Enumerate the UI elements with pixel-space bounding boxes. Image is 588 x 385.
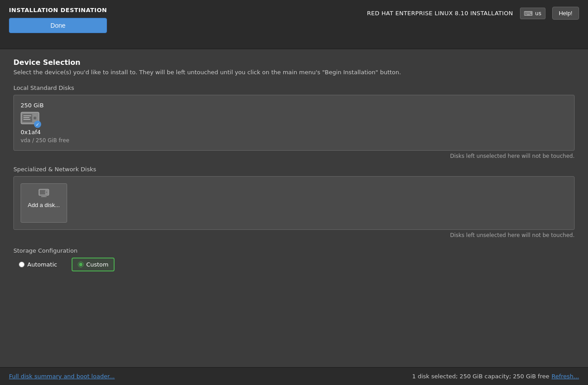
done-button[interactable]: Done bbox=[9, 18, 107, 33]
disk-icon-container: ✓ bbox=[21, 110, 39, 127]
add-disk-icon bbox=[38, 188, 49, 200]
automatic-option[interactable]: Automatic bbox=[13, 258, 63, 271]
local-disks-grid: 250 GiB ✓ 0x1af4 vda / 250 GiB bbox=[13, 95, 575, 151]
specialized-disks-grid: Add a disk... bbox=[13, 176, 575, 230]
specialized-disks-section: Specialized & Network Disks Add a disk..… bbox=[13, 166, 575, 238]
custom-label: Custom bbox=[86, 261, 109, 268]
svg-point-3 bbox=[34, 117, 36, 119]
disk-size: 250 GiB bbox=[21, 102, 44, 109]
app-title: RED HAT ENTERPRISE LINUX 8.10 INSTALLATI… bbox=[367, 10, 513, 17]
help-button[interactable]: Help! bbox=[552, 7, 579, 20]
full-disk-summary-link[interactable]: Full disk summary and boot loader... bbox=[9, 373, 115, 380]
footer-status: 1 disk selected; 250 GiB capacity; 250 G… bbox=[412, 373, 579, 380]
disk-detail: vda / 250 GiB free bbox=[21, 137, 69, 144]
svg-rect-8 bbox=[40, 190, 45, 195]
disk-item[interactable]: 250 GiB ✓ 0x1af4 vda / 250 GiB bbox=[21, 102, 69, 144]
custom-radio[interactable] bbox=[78, 262, 84, 267]
add-disk-label: Add a disk... bbox=[28, 202, 60, 208]
svg-rect-5 bbox=[23, 117, 30, 118]
specialized-disks-note: Disks left unselected here will not be t… bbox=[13, 232, 575, 238]
header: INSTALLATION DESTINATION Done RED HAT EN… bbox=[0, 0, 588, 49]
status-text: 1 disk selected; 250 GiB capacity; 250 G… bbox=[412, 373, 549, 380]
main-content: Device Selection Select the device(s) yo… bbox=[0, 49, 588, 367]
svg-rect-4 bbox=[23, 115, 31, 116]
storage-configuration-section: Storage Configuration Automatic Custom bbox=[13, 247, 575, 271]
svg-rect-6 bbox=[23, 119, 30, 120]
refresh-link[interactable]: Refresh... bbox=[552, 373, 579, 380]
storage-config-label: Storage Configuration bbox=[13, 247, 575, 254]
device-selection-description: Select the device(s) you'd like to insta… bbox=[13, 69, 575, 76]
automatic-radio[interactable] bbox=[19, 262, 25, 267]
add-disk-button[interactable]: Add a disk... bbox=[21, 183, 67, 223]
svg-point-9 bbox=[45, 191, 48, 194]
local-disks-label: Local Standard Disks bbox=[13, 85, 575, 91]
local-disks-note: Disks left unselected here will not be t… bbox=[13, 153, 575, 159]
device-selection-title: Device Selection bbox=[13, 58, 575, 67]
keyboard-layout: us bbox=[535, 10, 541, 17]
page-title: INSTALLATION DESTINATION bbox=[9, 7, 107, 13]
automatic-label: Automatic bbox=[27, 261, 57, 268]
svg-rect-11 bbox=[41, 196, 47, 197]
keyboard-indicator[interactable]: ⌨ us bbox=[520, 8, 545, 19]
disk-selected-check: ✓ bbox=[34, 121, 41, 128]
specialized-disks-label: Specialized & Network Disks bbox=[13, 166, 575, 173]
device-selection-section: Device Selection Select the device(s) yo… bbox=[13, 58, 575, 159]
header-right: RED HAT ENTERPRISE LINUX 8.10 INSTALLATI… bbox=[367, 7, 579, 20]
keyboard-icon: ⌨ bbox=[524, 10, 533, 17]
storage-config-radio-group: Automatic Custom bbox=[13, 258, 575, 271]
footer: Full disk summary and boot loader... 1 d… bbox=[0, 367, 588, 385]
disk-id: 0x1af4 bbox=[21, 129, 41, 135]
custom-option[interactable]: Custom bbox=[72, 258, 115, 271]
header-left: INSTALLATION DESTINATION Done bbox=[9, 4, 107, 33]
